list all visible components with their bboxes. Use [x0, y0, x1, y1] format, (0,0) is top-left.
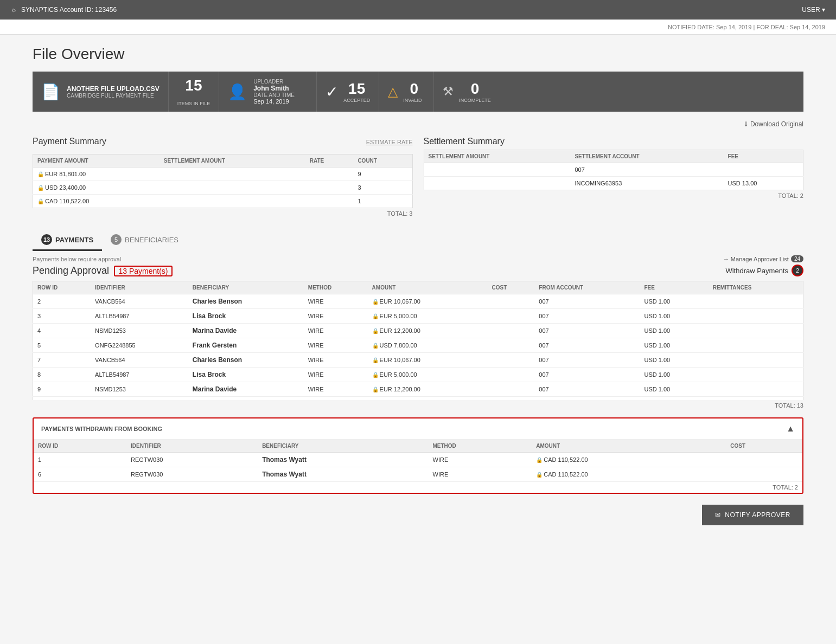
summary-row: Payment Summary ESTIMATE RATE PAYMENT AM… — [33, 137, 803, 219]
incomplete-section: ⚒ 0 INCOMPLETE — [434, 72, 500, 112]
settlement-summary-title: Settlement Summary — [424, 137, 505, 146]
from-account: 007 — [534, 382, 640, 397]
top-nav-user[interactable]: USER ▾ — [802, 6, 825, 14]
main-content: File Overview 📄 ANOTHER FILE UPLOAD.CSV … — [0, 35, 836, 536]
settlement-amount — [424, 177, 570, 190]
accepted-count: 15 — [343, 80, 370, 98]
page-title: File Overview — [33, 46, 803, 63]
col-method: METHOD — [304, 281, 368, 294]
cost — [487, 338, 534, 353]
file-subname: CAMBRIDGE FULL PAYMENT FILE — [67, 93, 159, 99]
download-link[interactable]: ⇓ Download Original — [33, 120, 803, 128]
notify-approver-btn[interactable]: ✉ NOTIFY APPROVER — [702, 505, 803, 525]
remittances — [709, 338, 803, 353]
table-row: 🔒CAD 110,522.00 1 — [33, 195, 413, 208]
amount: 🔒EUR 12,200.00 — [368, 324, 488, 338]
identifier: VANCB564 — [91, 353, 188, 368]
row-id: 5 — [33, 338, 91, 353]
uploader-details: UPLOADER John Smith DATE AND TIME Sep 14… — [253, 79, 295, 105]
tab-beneficiaries[interactable]: 5 BENEFICIARIES — [102, 230, 187, 251]
org-icon: ☼ — [11, 6, 17, 14]
manage-approver-badge: 24 — [791, 255, 803, 262]
tab-payments[interactable]: 13 PAYMENTS — [33, 230, 102, 251]
items-count: 15 — [183, 77, 205, 94]
check-icon: ✓ — [326, 83, 338, 101]
table-row: 🔒EUR 81,801.00 9 — [33, 168, 413, 181]
col-identifier: IDENTIFIER — [91, 281, 188, 294]
beneficiary: Lisa Brock — [188, 309, 304, 324]
settlement-summary-box: Settlement Summary SETTLEMENT AMOUNT SET… — [424, 137, 804, 219]
manage-approver-link[interactable]: → Manage Approver List 24 — [723, 255, 803, 262]
collapse-btn[interactable]: ▲ — [786, 424, 795, 434]
account-label: SYNAPTICS Account ID: 123456 — [21, 6, 117, 14]
payments-note: Payments below require approval — [33, 256, 121, 262]
uploader-date-label: DATE AND TIME — [253, 92, 295, 98]
beneficiary: Thomas Wyatt — [258, 467, 428, 482]
amount: 🔒CAD 110,522.00 — [532, 467, 726, 482]
amount: 🔒EUR 10,067.00 — [368, 353, 488, 368]
amount: 🔒EUR 5,000.00 — [368, 368, 488, 382]
col-identifier: IDENTIFIER — [126, 440, 258, 453]
count: 1 — [353, 195, 412, 208]
payments-total: TOTAL: 13 — [33, 400, 803, 411]
tab-beneficiaries-label: BENEFICIARIES — [125, 236, 178, 244]
dates-text: NOTIFIED DATE: Sep 14, 2019 | FOR DEAL: … — [668, 24, 825, 30]
payments-table-container[interactable]: ROW ID IDENTIFIER BENEFICIARY METHOD AMO… — [33, 281, 803, 400]
identifier: ALTLB54987 — [91, 368, 188, 382]
method: WIRE — [304, 324, 368, 338]
settlement-summary-total: TOTAL: 2 — [424, 190, 804, 201]
col-beneficiary: BENEFICIARY — [188, 281, 304, 294]
table-row: 🔒USD 23,400.00 3 — [33, 181, 413, 195]
user-menu[interactable]: USER ▾ — [802, 6, 825, 14]
count: 9 — [353, 168, 412, 181]
identifier: REGTW030 — [126, 453, 258, 467]
identifier: REGTW030 — [126, 467, 258, 482]
row-id: 9 — [33, 382, 91, 397]
method: WIRE — [304, 294, 368, 309]
col-row-id: ROW ID — [33, 281, 91, 294]
row-id: 7 — [33, 353, 91, 368]
col-beneficiary: BENEFICIARY — [258, 440, 428, 453]
payment-amount: 🔒CAD 110,522.00 — [33, 195, 159, 208]
col-settlement-amount: SETTLEMENT AMOUNT — [159, 154, 305, 168]
method: WIRE — [304, 353, 368, 368]
cost — [487, 309, 534, 324]
amount: 🔒USD 7,800.00 — [368, 338, 488, 353]
from-account: 007 — [534, 294, 640, 309]
table-row: 6 REGTW030 Thomas Wyatt WIRE 🔒CAD 110,52… — [34, 467, 802, 482]
withdrawn-table: ROW ID IDENTIFIER BENEFICIARY METHOD AMO… — [34, 440, 802, 482]
table-row: 007 — [424, 163, 803, 177]
identifier: ONFG2248855 — [91, 338, 188, 353]
method: WIRE — [429, 467, 532, 482]
tabs-bar: 13 PAYMENTS 5 BENEFICIARIES — [33, 230, 803, 251]
payments-table: ROW ID IDENTIFIER BENEFICIARY METHOD AMO… — [33, 281, 803, 400]
invalid-count: 0 — [403, 80, 425, 98]
payment-summary-total: TOTAL: 3 — [33, 208, 413, 219]
col-from-account: FROM ACCOUNT — [534, 281, 640, 294]
from-account: 007 — [534, 338, 640, 353]
remittances — [709, 294, 803, 309]
estimate-rate-link[interactable]: ESTIMATE RATE — [366, 139, 413, 145]
remittances — [709, 353, 803, 368]
file-name: ANOTHER FILE UPLOAD.CSV — [67, 85, 159, 93]
col-method: METHOD — [429, 440, 532, 453]
beneficiary: Frank Gersten — [188, 338, 304, 353]
identifier: ALTLB54987 — [91, 309, 188, 324]
rate — [305, 168, 354, 181]
beneficiary: Charles Benson — [188, 353, 304, 368]
identifier: NSMD1253 — [91, 382, 188, 397]
table-row: 3 ALTLB54987 Lisa Brock WIRE 🔒EUR 5,000.… — [33, 309, 803, 324]
beneficiary: Lisa Brock — [188, 368, 304, 382]
accepted-label: ACCEPTED — [343, 98, 370, 103]
from-account: 007 — [534, 324, 640, 338]
tab-payments-badge: 13 — [41, 234, 52, 245]
count: 3 — [353, 181, 412, 195]
fee: USD 1.00 — [640, 309, 708, 324]
fee: USD 1.00 — [640, 382, 708, 397]
settlement-account: INCOMING63953 — [570, 177, 723, 190]
notify-btn-container: ✉ NOTIFY APPROVER — [33, 505, 803, 525]
cost — [487, 294, 534, 309]
tab-payments-label: PAYMENTS — [55, 236, 93, 244]
cost — [487, 382, 534, 397]
withdraw-payments-btn[interactable]: Withdraw Payments 2 — [725, 265, 803, 276]
